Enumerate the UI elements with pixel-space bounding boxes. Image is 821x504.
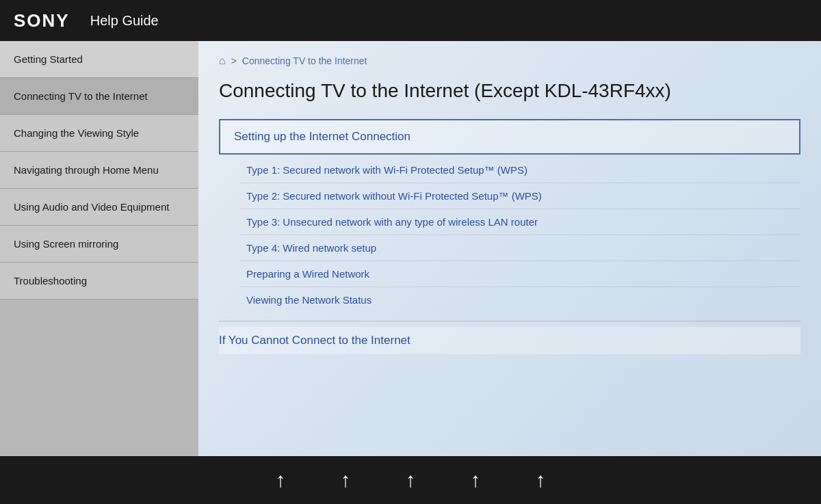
section-header-internet-connection[interactable]: Setting up the Internet Connection [219, 119, 800, 155]
section-header-text: Setting up the Internet Connection [234, 130, 410, 143]
sidebar-item-viewing-style[interactable]: Changing the Viewing Style [0, 115, 198, 152]
content-area: ⌂ > Connecting TV to the Internet Connec… [198, 41, 821, 456]
arrow-icon-4: ↑ [471, 468, 481, 492]
sidebar-item-audio-video[interactable]: Using Audio and Video Equipment [0, 189, 198, 226]
home-icon[interactable]: ⌂ [219, 55, 226, 67]
bottom-bar: ↑ ↑ ↑ ↑ ↑ [0, 456, 821, 504]
breadcrumb-current: Connecting TV to the Internet [242, 55, 367, 66]
sidebar-item-troubleshooting[interactable]: Troubleshooting [0, 263, 198, 300]
sidebar-item-home-menu[interactable]: Navigating through Home Menu [0, 152, 198, 189]
main-layout: Getting Started Connecting TV to the Int… [0, 41, 821, 456]
arrow-icon-5: ↑ [536, 468, 546, 492]
link-network-status[interactable]: Viewing the Network Status [239, 287, 800, 313]
link-type3[interactable]: Type 3: Unsecured network with any type … [239, 209, 800, 235]
section-2-header-text: If You Cannot Connect to the Internet [219, 334, 410, 347]
link-type2[interactable]: Type 2: Secured network without Wi-Fi Pr… [239, 183, 800, 209]
link-type1[interactable]: Type 1: Secured network with Wi-Fi Prote… [239, 157, 800, 183]
top-bar: SONY Help Guide [0, 0, 821, 41]
breadcrumb-separator: > [231, 55, 237, 66]
sidebar-item-getting-started[interactable]: Getting Started [0, 41, 198, 78]
arrow-icon-3: ↑ [406, 468, 416, 492]
section-divider [219, 321, 800, 321]
link-wired-network[interactable]: Preparing a Wired Network [239, 261, 800, 287]
arrow-icon-2: ↑ [341, 468, 351, 492]
section-cannot-connect: If You Cannot Connect to the Internet [219, 327, 800, 354]
breadcrumb: ⌂ > Connecting TV to the Internet [219, 55, 800, 67]
section-internet-connection: Setting up the Internet Connection Type … [219, 119, 800, 315]
sidebar: Getting Started Connecting TV to the Int… [0, 41, 198, 456]
section-header-cannot-connect[interactable]: If You Cannot Connect to the Internet [219, 327, 800, 354]
arrow-icon-1: ↑ [276, 468, 286, 492]
sidebar-item-connecting-tv[interactable]: Connecting TV to the Internet [0, 78, 198, 115]
page-title: Connecting TV to the Internet (Except KD… [219, 79, 800, 103]
sony-logo: SONY [14, 10, 70, 31]
help-guide-title: Help Guide [90, 13, 159, 29]
link-type4[interactable]: Type 4: Wired network setup [239, 235, 800, 261]
section-links: Type 1: Secured network with Wi-Fi Prote… [219, 155, 800, 315]
sidebar-item-screen-mirroring[interactable]: Using Screen mirroring [0, 226, 198, 263]
